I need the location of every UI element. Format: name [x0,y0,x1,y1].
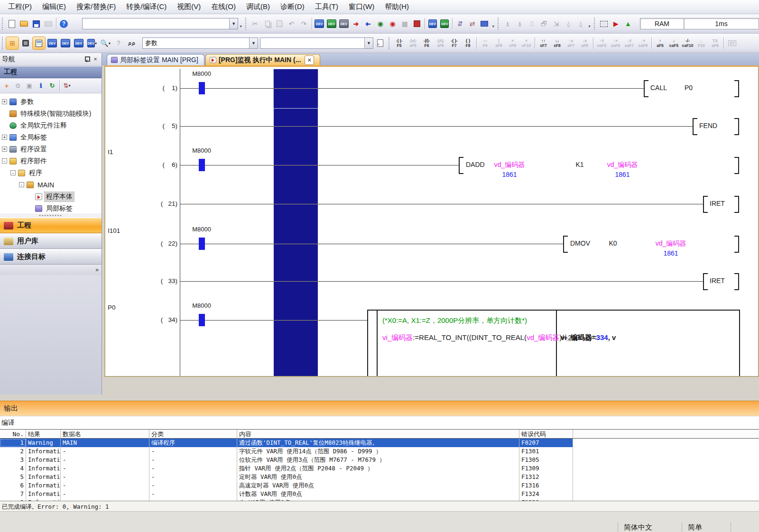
toolbar-overflow-icon[interactable]: ▾ [587,18,592,30]
device-monitor-2-icon[interactable]: DEV [439,18,451,30]
col-no[interactable]: No. [0,430,26,438]
simulation-icon[interactable] [598,18,610,30]
contact-m8000[interactable] [199,314,205,326]
replace-combo[interactable]: ▼ [260,37,373,49]
scan-monitor-1-icon[interactable]: ⍙ [563,18,574,30]
expand-icon[interactable]: - [10,170,16,175]
table-row[interactable]: 4Information--指针 VAR用 使用2点（范围 P2048 - P2… [0,464,759,473]
undo-icon[interactable]: ↶ [286,18,297,30]
ladder-invert-result-button[interactable]: ↑aF5 [654,35,666,51]
menu-tools[interactable]: 工具(T) [310,1,343,13]
device-batch-icon[interactable]: DEV [73,37,85,49]
toolbar-overflow-icon[interactable]: ▾ [491,18,496,30]
expand-icon[interactable]: + [2,135,7,140]
monitor-read-icon[interactable]: ◉ [375,18,386,30]
sort-icon[interactable]: ⇅▾ [61,80,73,92]
ladder-falling-pulse-button[interactable]: ↓↓sF8 [551,35,564,51]
nav-button-connection-destination[interactable]: 连接目标 [0,249,102,265]
contact-m8000[interactable] [199,238,205,250]
table-row[interactable]: 5Information--定时器 VAR用 使用0点F1312 [0,473,759,481]
col-category[interactable]: 分类 [149,430,237,438]
module-config-icon[interactable] [19,37,32,49]
open-project-icon[interactable] [18,18,29,30]
toolbar-grip[interactable] [2,37,4,49]
find-document-icon[interactable]: ⌕ [374,37,386,49]
menu-diagnostics[interactable]: 诊断(D) [275,1,310,13]
instruction-iret[interactable]: IRET [708,200,726,207]
menu-project[interactable]: 工程(P) [3,1,37,13]
tree-item-pou[interactable]: - 程序部件 [0,155,102,167]
ladder-delete-hline-button[interactable]: ×cF9 [506,35,519,51]
menu-edit[interactable]: 编辑(E) [37,1,71,13]
transfer-setup-icon[interactable]: ⇵ [454,18,466,30]
col-result[interactable]: 结果 [26,430,61,438]
device-comment-find-icon[interactable]: DEV [46,37,58,49]
tree-item-program-setting[interactable]: + 程序设置 [0,143,102,155]
operand-p0[interactable]: P0 [683,84,694,92]
ladder-pulse-pe-branch-button[interactable]: ↓×saF8 [637,35,649,51]
operand-vd-encoder-dst[interactable]: vd_编码器 [589,161,656,169]
device-verify-icon[interactable]: DEV [338,18,350,30]
verify-with-plc-icon[interactable]: ▦ [399,18,410,30]
nav-button-project[interactable]: 工程 [0,218,102,233]
table-row[interactable]: 7Information--计数器 VAR用 使用0点F1324 [0,490,759,498]
col-data-name[interactable]: 数据名 [61,430,149,438]
contact-m8000[interactable] [199,159,205,171]
find-device-icon[interactable]: 🔍▾ [99,37,111,49]
menu-find-replace[interactable]: 搜索/替换(F) [71,1,121,13]
combo-caret-icon[interactable]: ▼ [364,38,373,48]
operand-vd-encoder-src[interactable]: vd_编码器 [476,161,543,169]
ladder-rung-button[interactable]: ∟F10 [695,35,708,51]
tab-program-monitor[interactable]: [PRG]监视 执行中 MAIN (... × [205,54,320,65]
expand-icon[interactable]: + [2,99,7,104]
tree-item-global-label[interactable]: + 全局标签 [0,131,102,143]
device-watch-icon[interactable]: DEV▾ [86,37,98,49]
ladder-hline-button[interactable]: —F9 [479,35,491,51]
pin-icon[interactable] [83,55,91,64]
monitor-energized-band[interactable] [274,69,318,377]
table-row[interactable]: 6Information--高速定时器 VAR用 使用0点F1316 [0,481,759,490]
ladder-pulse-ne-branch-button[interactable]: ↑×saF6 [609,35,622,51]
ladder-monitor-stop-icon[interactable]: ⍋ [514,18,526,30]
ladder-vline-button[interactable]: |sF9 [492,35,505,51]
paste-item-icon[interactable]: ▣ [24,80,35,92]
output-panel-header[interactable]: 输出 [0,401,759,416]
copy-icon[interactable] [262,18,273,30]
device-read-icon[interactable]: DEV [326,18,337,30]
ladder-monitor-start-icon[interactable]: ⍋ [502,18,513,30]
ladder-open-contact-button[interactable]: -| |-F5 [393,35,406,51]
ladder-invert-operation-button[interactable]: -/-caF10 [681,35,694,51]
write-to-plc-icon[interactable]: ➜ [351,18,362,30]
ladder-pulse-ne-contact-button[interactable]: ↑#saF5 [595,35,608,51]
ladder-coil-button[interactable]: -( )-F7 [448,35,461,51]
toolbar-grip[interactable] [245,18,248,30]
help-context-icon[interactable]: ? [112,37,125,49]
redo-icon[interactable]: ↷ [298,18,310,30]
combo-caret-icon[interactable]: ▼ [249,38,258,48]
edit-cursor[interactable] [273,69,318,109]
toolbar-overflow-icon[interactable]: ▾ [238,18,243,30]
combo-caret-icon[interactable]: ▼ [229,18,238,29]
menu-help[interactable]: 帮助(H) [380,1,414,13]
menu-view[interactable]: 视图(V) [172,1,206,13]
instruction-dmov[interactable]: DMOV [569,239,592,247]
monitor-mode-icon[interactable]: ▶ [610,18,621,30]
col-error-code[interactable]: 错误代码 [519,430,573,438]
device-monitor-1-icon[interactable]: DEV [427,18,438,30]
tab-close-icon[interactable]: × [305,55,314,65]
pc-connection-icon[interactable] [479,18,491,30]
find-combo[interactable]: 参数 ▼ [142,37,258,49]
toolbar-grip[interactable] [2,18,4,30]
ladder-comment-button[interactable]: TXaF9 [709,35,722,51]
ladder-rising-pulse-branch-button[interactable]: ↑vaF7 [565,35,577,51]
save-project-icon[interactable] [30,18,42,30]
close-panel-icon[interactable]: × [91,55,100,64]
table-row[interactable]: 2Information--字软元件 VAR用 使用14点（范围 D986 - … [0,447,759,456]
inline-st-box[interactable]: (*X0:=A, X1:=Z，2000P分辨率，单方向计数*) vi_编码器:=… [367,310,740,377]
tree-item-parameter[interactable]: + 参数 [0,96,102,108]
col-content[interactable]: 内容 [237,430,519,438]
sidebar-splitter[interactable]: ••••••••• [0,213,102,218]
window-select-combo[interactable]: ▼ [82,18,238,29]
monitor-write-icon[interactable]: ◉ [387,18,398,30]
instruction-fend[interactable]: FEND [698,122,719,129]
